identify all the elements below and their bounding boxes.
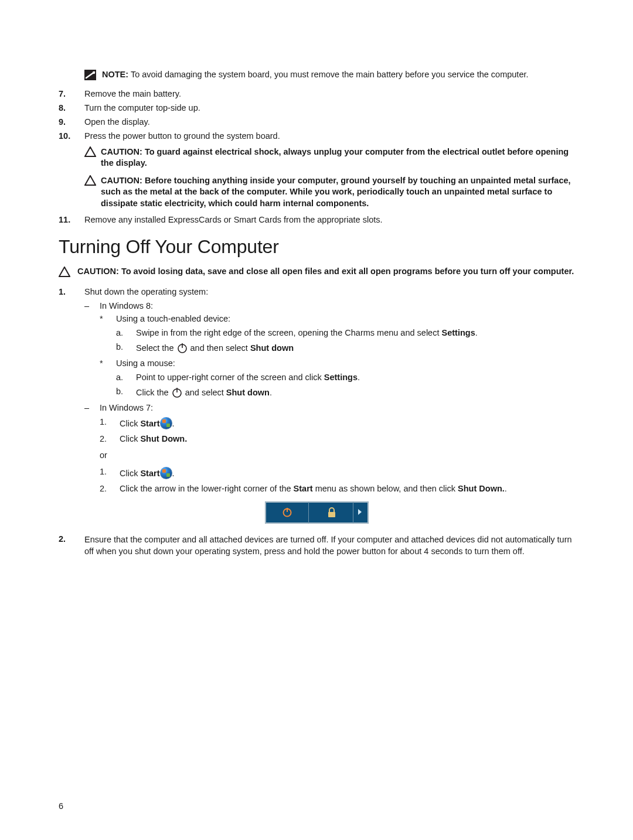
w8-mouse-b: b. Click the and select Shut down. <box>116 387 574 398</box>
power-icon <box>282 507 292 517</box>
caution-icon <box>84 175 96 210</box>
w8-touch-a: a. Swipe in from the right edge of the s… <box>116 328 574 337</box>
w7b-step-2: 2. Click the arrow in the lower-right co… <box>100 484 574 493</box>
document-page: NOTE: To avoid damaging the system board… <box>0 0 633 840</box>
lock-icon <box>327 507 336 518</box>
step-8: 8. Turn the computer top-side up. <box>59 103 574 112</box>
page-number: 6 <box>59 801 63 811</box>
star-touch: * Using a touch-enabled device: <box>100 314 574 323</box>
w8-touch-b: b. Select the and then select Shut down <box>116 342 574 354</box>
step-10: 10. Press the power button to ground the… <box>59 131 574 141</box>
step-11: 11. Remove any installed ExpressCards or… <box>59 215 574 224</box>
note-text: To avoid damaging the system board, you … <box>128 70 528 79</box>
step-7: 7. Remove the main battery. <box>59 89 574 98</box>
note-label: NOTE: <box>102 70 128 79</box>
svg-rect-11 <box>328 512 335 517</box>
start-orb-icon <box>160 467 172 479</box>
power-icon <box>171 387 183 398</box>
caution-icon <box>84 146 96 169</box>
caution-admonition-1: CAUTION: To guard against electrical sho… <box>84 146 574 169</box>
power-icon <box>176 342 188 354</box>
svg-marker-3 <box>85 176 96 185</box>
arrow-right-icon <box>358 509 362 515</box>
dash-windows7: – In Windows 7: <box>84 403 574 412</box>
or-separator: or <box>100 450 574 460</box>
w7-step-1: 1. Click Start. <box>100 417 574 429</box>
svg-marker-4 <box>59 267 70 276</box>
svg-marker-2 <box>85 147 96 156</box>
w7-step-2: 2. Click Shut Down. <box>100 434 574 443</box>
caution-icon <box>59 267 70 278</box>
w7b-step-1: 1. Click Start. <box>100 467 574 479</box>
step-b2: 2. Ensure that the computer and all atta… <box>59 534 574 557</box>
step-b1: 1. Shut down the operating system: <box>59 287 574 296</box>
svg-point-1 <box>93 71 95 74</box>
start-orb-icon <box>160 417 172 429</box>
start-menu-shutdown-illustration <box>265 501 369 524</box>
step-9: 9. Open the display. <box>59 117 574 127</box>
star-mouse: * Using a mouse: <box>100 358 574 368</box>
note-icon <box>84 70 96 81</box>
caution-admonition-3: CAUTION: To avoid losing data, save and … <box>59 266 574 278</box>
w8-mouse-a: a. Point to upper-right corner of the sc… <box>116 373 574 382</box>
note-admonition: NOTE: To avoid damaging the system board… <box>84 69 574 81</box>
dash-windows8: – In Windows 8: <box>84 301 574 310</box>
section-heading: Turning Off Your Computer <box>59 236 574 258</box>
caution-admonition-2: CAUTION: Before touching anything inside… <box>84 175 574 210</box>
